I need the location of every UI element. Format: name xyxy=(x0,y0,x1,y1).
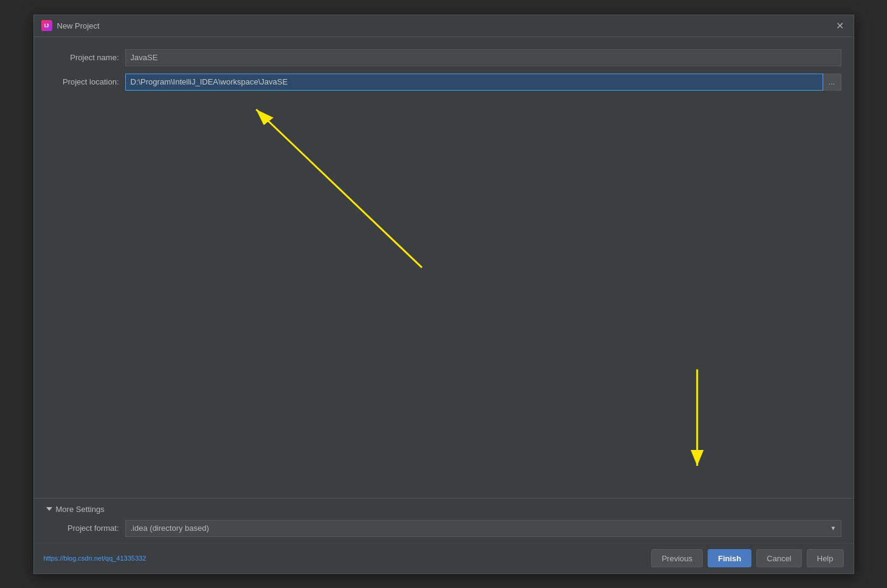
new-project-dialog: IJ New Project ✕ Project name: Project l… xyxy=(33,15,854,574)
dialog-content: Project name: Project location: ... xyxy=(34,37,854,498)
project-name-input[interactable] xyxy=(125,49,841,66)
dialog-footer: https://blog.csdn.net/qq_41335332 Previo… xyxy=(34,543,854,573)
more-settings-section: More Settings Project format: .idea (dir… xyxy=(34,498,854,543)
annotation-arrows xyxy=(34,37,854,498)
project-format-label: Project format: xyxy=(46,524,125,533)
finish-button[interactable]: Finish xyxy=(708,549,751,567)
project-location-input[interactable] xyxy=(125,74,823,91)
more-settings-label: More Settings xyxy=(56,505,105,514)
window-title: New Project xyxy=(57,21,100,30)
help-button[interactable]: Help xyxy=(807,549,844,567)
browse-button[interactable]: ... xyxy=(823,74,841,91)
cancel-button[interactable]: Cancel xyxy=(756,549,801,567)
project-name-label: Project name: xyxy=(46,53,125,62)
format-select-wrapper: .idea (directory based).ipr (file based)… xyxy=(125,520,841,537)
project-format-select[interactable]: .idea (directory based).ipr (file based) xyxy=(125,520,841,537)
footer-url[interactable]: https://blog.csdn.net/qq_41335332 xyxy=(44,555,147,562)
arrows-svg xyxy=(34,37,854,498)
more-settings-header[interactable]: More Settings xyxy=(46,505,841,514)
project-location-row: Project location: ... xyxy=(46,74,841,91)
close-button[interactable]: ✕ xyxy=(834,19,846,32)
collapse-icon xyxy=(46,507,52,511)
project-format-row: Project format: .idea (directory based).… xyxy=(46,520,841,537)
title-bar-left: IJ New Project xyxy=(41,20,100,31)
app-icon: IJ xyxy=(41,20,52,31)
title-bar: IJ New Project ✕ xyxy=(34,15,854,37)
project-location-label: Project location: xyxy=(46,77,125,86)
intellij-logo-icon: IJ xyxy=(41,20,52,31)
project-name-row: Project name: xyxy=(46,49,841,66)
svg-line-2 xyxy=(256,109,422,267)
previous-button[interactable]: Previous xyxy=(651,549,703,567)
